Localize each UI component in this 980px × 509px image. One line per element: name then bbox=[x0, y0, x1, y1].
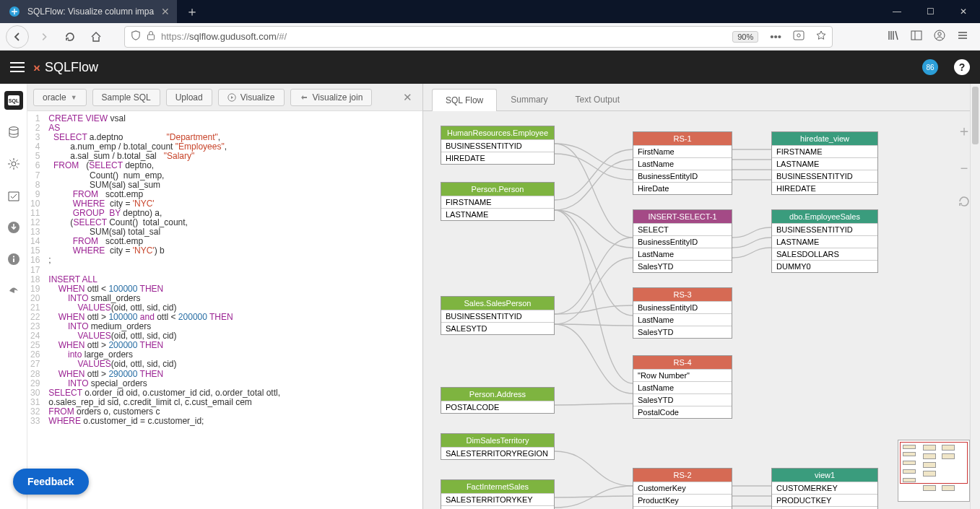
node-column[interactable]: SalesYTD bbox=[633, 260, 732, 272]
protection-icon[interactable] bbox=[793, 30, 805, 43]
node-column[interactable]: FirstName bbox=[633, 145, 732, 157]
node-column[interactable]: LASTNAME bbox=[772, 157, 877, 170]
flow-node[interactable]: DimSalesTerritorySALESTERRITORYREGION bbox=[441, 433, 555, 460]
notification-badge[interactable]: 86 bbox=[922, 59, 938, 75]
visualize-button[interactable]: Visualize bbox=[218, 89, 285, 106]
node-column[interactable]: HireDate bbox=[633, 182, 732, 194]
node-column[interactable]: DUMMY0 bbox=[772, 260, 877, 272]
node-column[interactable]: LASTNAME bbox=[772, 235, 877, 248]
node-column[interactable]: "Row Number" bbox=[633, 369, 732, 381]
node-column[interactable]: LastName bbox=[633, 248, 732, 260]
node-column[interactable]: CUSTOMERKEY bbox=[772, 482, 877, 494]
app-menu-button[interactable] bbox=[10, 59, 25, 75]
flow-node[interactable]: RS-1FirstNameLastNameBusinessEntityIDHir… bbox=[633, 131, 732, 195]
tab-text-output[interactable]: Text Output bbox=[562, 88, 633, 110]
node-column[interactable]: BUSINESSENTITYID bbox=[772, 170, 877, 182]
library-icon[interactable] bbox=[888, 30, 899, 43]
node-column[interactable]: BusinessEntityID bbox=[633, 170, 732, 182]
rail-db-button[interactable] bbox=[4, 123, 23, 142]
tab-close-icon[interactable]: ✕ bbox=[161, 6, 170, 17]
url-bar[interactable]: https://sqlflow.gudusoft.com/#/ 90% ••• bbox=[124, 26, 833, 48]
menu-icon[interactable] bbox=[957, 30, 968, 43]
node-column[interactable]: SELECT bbox=[633, 223, 732, 235]
flow-node[interactable]: Person.AddressPOSTALCODE bbox=[441, 387, 555, 414]
browser-tab[interactable]: SQLFlow: Visualize column impa ✕ bbox=[0, 0, 177, 23]
upload-button[interactable]: Upload bbox=[166, 89, 212, 106]
sql-editor[interactable]: 1234567891011121314151617181920212223242… bbox=[27, 111, 422, 509]
node-column[interactable]: CUSTOMERKEY bbox=[441, 505, 554, 509]
zoom-in-button[interactable]: ＋ bbox=[957, 121, 971, 141]
node-column[interactable]: SALESTERRITORYKEY bbox=[441, 493, 554, 505]
node-column[interactable]: LastName bbox=[633, 313, 732, 326]
reload-button[interactable] bbox=[59, 26, 81, 48]
node-column[interactable]: FIRSTNAME bbox=[441, 196, 554, 208]
zoom-out-button[interactable]: － bbox=[957, 158, 971, 178]
flow-node[interactable]: FactInternetSalesSALESTERRITORYKEYCUSTOM… bbox=[441, 479, 555, 509]
flow-node[interactable]: hiredate_viewFIRSTNAMELASTNAMEBUSINESSEN… bbox=[771, 131, 878, 195]
node-column[interactable]: BusinessEntityID bbox=[633, 301, 732, 313]
node-column[interactable]: LastName bbox=[633, 157, 732, 170]
sidebar-icon[interactable] bbox=[911, 30, 922, 43]
visualize-join-button[interactable]: Visualize join bbox=[290, 89, 373, 106]
flow-node[interactable]: Sales.SalesPersonBUSINESSENTITYIDSALESYT… bbox=[441, 296, 555, 335]
node-column[interactable]: BUSINESSENTITYID bbox=[441, 310, 554, 322]
node-column[interactable]: ProductKey bbox=[633, 494, 732, 506]
rail-download-button[interactable] bbox=[4, 218, 23, 237]
app-scrollbar[interactable] bbox=[970, 84, 980, 509]
node-column[interactable]: LastName bbox=[633, 381, 732, 393]
bookmark-icon[interactable] bbox=[816, 30, 826, 43]
node-column[interactable]: SalesYTD bbox=[633, 393, 732, 406]
rail-info-button[interactable] bbox=[4, 250, 23, 269]
window-close-icon[interactable]: ✕ bbox=[947, 0, 980, 23]
node-column[interactable]: PRODUCTKEY bbox=[772, 494, 877, 506]
tab-summary[interactable]: Summary bbox=[497, 88, 561, 110]
vendor-select[interactable]: oracle▼ bbox=[33, 89, 87, 106]
sample-sql-button[interactable]: Sample SQL bbox=[92, 89, 160, 106]
flow-node[interactable]: RS-2CustomerKeyProductKeyOrderDateKey bbox=[633, 468, 732, 509]
back-button[interactable] bbox=[6, 25, 29, 48]
rail-check-button[interactable] bbox=[4, 186, 23, 205]
editor-close-button[interactable]: ✕ bbox=[399, 88, 417, 107]
node-column[interactable]: BUSINESSENTITYID bbox=[772, 223, 877, 235]
lock-icon[interactable] bbox=[147, 30, 155, 43]
zoom-reset-button[interactable] bbox=[958, 195, 971, 212]
node-column[interactable]: HIREDATE bbox=[772, 182, 877, 194]
account-icon[interactable] bbox=[934, 30, 945, 43]
new-tab-button[interactable]: ＋ bbox=[181, 1, 203, 22]
node-column[interactable]: SALESDOLLARS bbox=[772, 248, 877, 260]
node-column[interactable]: SALESTERRITORYREGION bbox=[441, 447, 554, 459]
flow-node[interactable]: view1CUSTOMERKEYPRODUCTKEYORDERDATEKEY bbox=[771, 468, 878, 509]
flow-node[interactable]: dbo.EmployeeSalesBUSINESSENTITYIDLASTNAM… bbox=[771, 209, 878, 273]
window-maximize-icon[interactable]: ☐ bbox=[914, 0, 947, 23]
node-column[interactable]: BusinessEntityID bbox=[633, 235, 732, 248]
node-column[interactable]: LASTNAME bbox=[441, 208, 554, 220]
node-column[interactable]: ORDERDATEKEY bbox=[772, 506, 877, 509]
node-column[interactable]: OrderDateKey bbox=[633, 506, 732, 509]
forward-button[interactable] bbox=[33, 26, 55, 48]
flow-node[interactable]: INSERT-SELECT-1SELECTBusinessEntityIDLas… bbox=[633, 209, 732, 273]
node-column[interactable]: PostalCode bbox=[633, 406, 732, 418]
minimap[interactable] bbox=[898, 440, 970, 502]
node-column[interactable]: CustomerKey bbox=[633, 482, 732, 494]
help-button[interactable]: ? bbox=[954, 59, 970, 75]
flow-node[interactable]: Person.PersonFIRSTNAMELASTNAME bbox=[441, 182, 555, 221]
tab-sql-flow[interactable]: SQL Flow bbox=[432, 89, 497, 111]
page-actions-icon[interactable]: ••• bbox=[770, 30, 781, 43]
app-logo[interactable]: ›‹ SQLFlow bbox=[33, 60, 98, 75]
rail-settings-button[interactable] bbox=[4, 155, 23, 173]
flow-node[interactable]: HumanResources.EmployeeBUSINESSENTITYIDH… bbox=[441, 126, 555, 165]
node-column[interactable]: SALESYTD bbox=[441, 322, 554, 334]
node-column[interactable]: FIRSTNAME bbox=[772, 145, 877, 157]
rail-share-button[interactable] bbox=[4, 282, 23, 300]
node-column[interactable]: HIREDATE bbox=[441, 152, 554, 164]
node-column[interactable]: SalesYTD bbox=[633, 326, 732, 338]
feedback-button[interactable]: Feedback bbox=[13, 469, 89, 495]
node-column[interactable]: POSTALCODE bbox=[441, 401, 554, 413]
home-button[interactable] bbox=[85, 26, 107, 48]
flow-canvas[interactable]: ＋ － bbox=[423, 111, 980, 509]
flow-node[interactable]: RS-4"Row Number"LastNameSalesYTDPostalCo… bbox=[633, 355, 732, 419]
flow-node[interactable]: RS-3BusinessEntityIDLastNameSalesYTD bbox=[633, 287, 732, 339]
editor-code[interactable]: CREATE VIEW vsalAS SELECT a.deptno "Depa… bbox=[44, 111, 285, 509]
window-minimize-icon[interactable]: — bbox=[880, 0, 914, 23]
rail-sql-button[interactable]: SQL bbox=[4, 91, 23, 110]
